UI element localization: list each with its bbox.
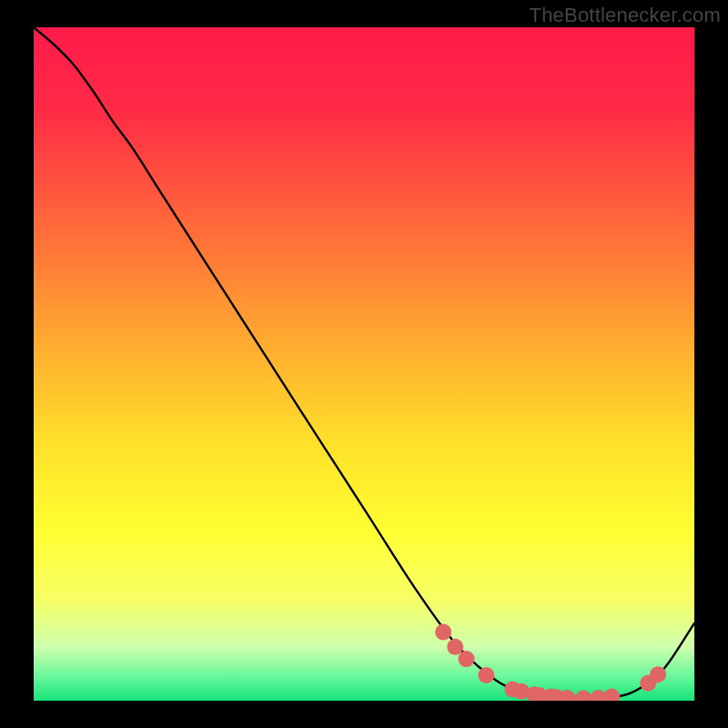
highlight-dot <box>435 624 451 641</box>
highlight-dot <box>650 666 666 682</box>
highlight-dot <box>478 667 494 683</box>
highlight-dot <box>459 651 475 667</box>
watermark-text: TheBottlenecker.com <box>530 4 721 27</box>
highlight-dot <box>447 639 463 655</box>
bottleneck-chart <box>34 27 694 701</box>
chart-frame: TheBottlenecker.com <box>0 0 728 728</box>
gradient-background <box>34 27 694 701</box>
